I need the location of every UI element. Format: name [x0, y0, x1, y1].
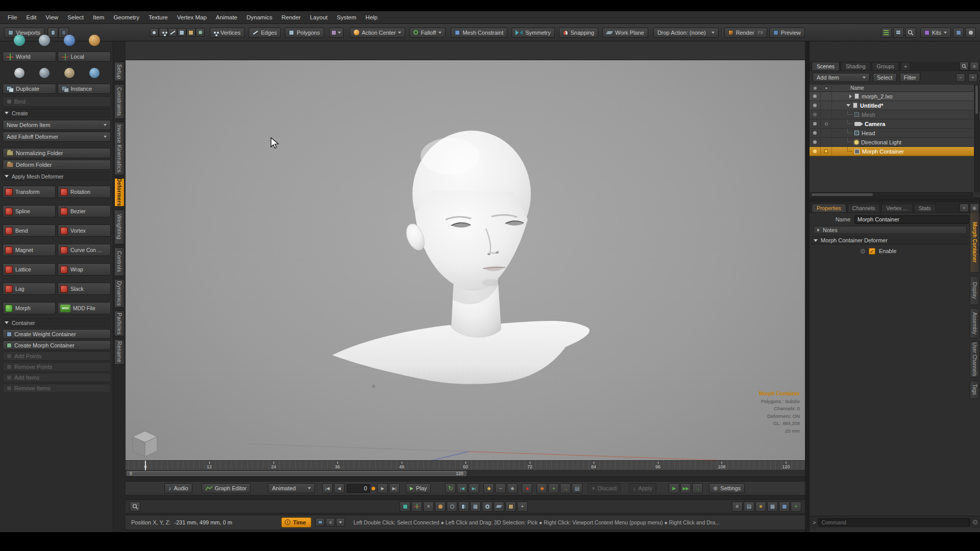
lattice-deformer-button[interactable]: Lattice: [3, 263, 56, 276]
morph-deformer-button[interactable]: Morph: [3, 302, 56, 314]
menu-layout[interactable]: Layout: [305, 12, 332, 22]
symmetry-button[interactable]: Symmetry: [511, 28, 555, 38]
box-deform-icon[interactable]: [64, 68, 75, 78]
expand-icon[interactable]: [849, 94, 852, 98]
tab-channels[interactable]: Channels: [847, 204, 880, 212]
menu-dynamics[interactable]: Dynamics: [242, 12, 277, 22]
render-button[interactable]: Render F9: [724, 28, 767, 38]
preview-button[interactable]: Preview: [769, 28, 805, 38]
side-tab-user-channels[interactable]: User Channels: [970, 341, 979, 378]
curve-constraint-deformer-button[interactable]: Curve Con ...: [58, 244, 111, 256]
previous-key-icon[interactable]: |◀: [457, 483, 468, 493]
tree-row-mesh[interactable]: Mesh: [810, 110, 974, 119]
menu-item[interactable]: Item: [88, 12, 109, 22]
mirror-tool-icon[interactable]: [458, 502, 469, 512]
monitor-icon[interactable]: [315, 518, 325, 527]
tree-row-morph-container[interactable]: Morph Container: [810, 147, 974, 156]
local-axis-button[interactable]: Local: [58, 52, 111, 62]
collapse-all-icon[interactable]: −: [956, 73, 965, 82]
enable-checkbox[interactable]: ✓: [869, 248, 875, 255]
work-plane-button[interactable]: Work Plane: [602, 28, 648, 38]
eye-icon[interactable]: [813, 94, 817, 98]
kits-button[interactable]: Kits: [920, 28, 951, 38]
menu-select[interactable]: Select: [63, 12, 88, 22]
curve-tool-icon[interactable]: [482, 502, 493, 512]
drop-action-dropdown[interactable]: Drop Action: (none): [653, 28, 719, 38]
graph-editor-button[interactable]: Graph Editor: [202, 483, 251, 493]
container-section-header[interactable]: Container: [3, 318, 111, 327]
current-frame-field[interactable]: 0: [347, 484, 370, 493]
eye-icon[interactable]: [813, 104, 817, 107]
wrap-deformer-button[interactable]: Wrap: [58, 263, 111, 276]
tab-shading[interactable]: Shading: [841, 62, 871, 70]
eye-icon[interactable]: [813, 140, 817, 144]
bind-button[interactable]: Bind: [3, 96, 111, 107]
remove-key-icon[interactable]: −: [495, 483, 506, 493]
orbit-deform-icon[interactable]: [64, 35, 75, 46]
play-scene-icon[interactable]: ▶: [669, 483, 679, 493]
create-weight-container-button[interactable]: Create Weight Container: [3, 329, 111, 339]
animation-mode-dropdown[interactable]: Animated: [268, 483, 315, 493]
viewport-right-scrollbar[interactable]: [805, 41, 809, 532]
selection-set-dropdown[interactable]: [329, 28, 344, 38]
tree-row-head[interactable]: Head: [810, 129, 974, 138]
channel-key-icon[interactable]: +: [548, 483, 559, 493]
play-button[interactable]: ▶ Play: [406, 483, 431, 493]
ghost-mode-tool-icon[interactable]: [400, 502, 410, 512]
filter-button[interactable]: Filter: [900, 73, 920, 82]
item-mode-icon[interactable]: [14, 35, 25, 46]
cube-falloff-icon[interactable]: [89, 68, 100, 78]
add-viewport-icon[interactable]: +: [791, 502, 801, 512]
item-list-search-icon[interactable]: [960, 62, 969, 70]
polygons-button[interactable]: Polygons: [285, 28, 324, 38]
snapping-button[interactable]: Snapping: [559, 28, 599, 38]
duplicate-button[interactable]: Duplicate: [3, 84, 56, 94]
deform-folder-button[interactable]: Deform Folder: [3, 160, 111, 170]
menu-help[interactable]: Help: [361, 12, 382, 22]
instance-button[interactable]: Instance: [58, 84, 111, 94]
menu-animate[interactable]: Animate: [211, 12, 242, 22]
remove-items-button[interactable]: Remove Items: [3, 384, 111, 393]
item-tree-empty-area[interactable]: [810, 156, 974, 192]
polygons-mode-icon[interactable]: [177, 28, 186, 37]
tab-properties[interactable]: Properties: [812, 204, 846, 212]
snowflake-tool-icon[interactable]: [14, 68, 24, 78]
pivot-tool-icon[interactable]: [447, 502, 457, 512]
time-button[interactable]: Time: [281, 517, 311, 528]
go-to-end-button[interactable]: ▶|: [389, 483, 400, 493]
add-tool-icon[interactable]: +: [517, 502, 528, 512]
menu-geometry[interactable]: Geometry: [109, 12, 144, 22]
discard-button[interactable]: ×Discard: [587, 483, 621, 493]
list-options-icon[interactable]: ≡: [326, 518, 335, 527]
tab-scenes[interactable]: Scenes: [812, 62, 840, 70]
eye-icon[interactable]: [813, 131, 817, 135]
slack-deformer-button[interactable]: Slack: [58, 283, 111, 295]
render-camera-toggle-icon[interactable]: [825, 122, 828, 126]
preset-browser-icon[interactable]: [130, 502, 140, 512]
next-frame-button[interactable]: ▶: [377, 483, 388, 493]
eye-icon[interactable]: [813, 122, 817, 126]
transform-deformer-button[interactable]: Transform: [3, 186, 56, 198]
tab-controls[interactable]: Controls: [114, 247, 125, 276]
array-tool-icon[interactable]: ▦: [470, 502, 481, 512]
animation-layers-icon[interactable]: ▤: [572, 483, 582, 493]
world-axis-button[interactable]: World: [3, 52, 56, 62]
vertices-button[interactable]: Vertices: [210, 28, 244, 38]
dimensions-tool-icon[interactable]: [505, 502, 516, 512]
tab-groups[interactable]: Groups: [872, 62, 899, 70]
eye-icon[interactable]: [813, 113, 817, 116]
menu-file[interactable]: File: [3, 12, 22, 22]
auto-key-record-button[interactable]: ●: [522, 483, 532, 493]
apply-button[interactable]: ↓Apply: [629, 483, 656, 493]
item-list-menu-icon[interactable]: ≡: [970, 62, 979, 70]
falloff-button[interactable]: Falloff: [409, 28, 446, 38]
tab-constraints[interactable]: Constraints: [114, 84, 125, 119]
vertices-mode-icon[interactable]: [159, 28, 168, 37]
mdd-file-button[interactable]: MDDMDD File: [58, 302, 111, 314]
new-deform-item-dropdown[interactable]: New Deform Item: [3, 120, 111, 130]
item-name-field[interactable]: Morph Container: [854, 215, 969, 224]
lag-deformer-button[interactable]: Lag: [3, 283, 56, 295]
forms-icon[interactable]: [953, 28, 964, 38]
add-item-dropdown[interactable]: Add Item: [813, 73, 870, 82]
menu-render[interactable]: Render: [277, 12, 305, 22]
